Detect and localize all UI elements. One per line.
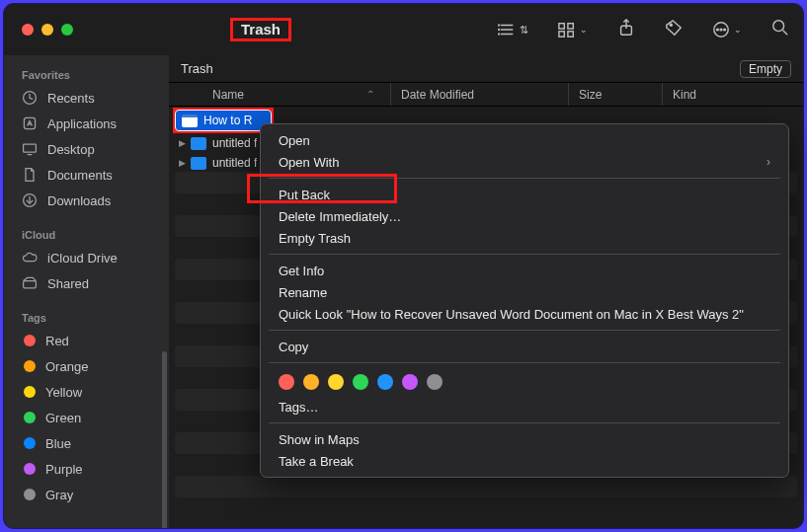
sidebar-tag-green[interactable]: Green (4, 405, 169, 430)
sidebar: Favorites Recents Applications Desktop D… (4, 55, 169, 528)
column-header-kind[interactable]: Kind (663, 83, 803, 106)
svg-rect-7 (568, 24, 573, 29)
download-icon (22, 192, 38, 208)
sidebar-item-label: Green (45, 411, 81, 425)
menu-item-delete-immediately[interactable]: Delete Immediately… (261, 205, 788, 227)
toolbar: ⇅ ⌄ ⌄ (498, 19, 789, 40)
tag-color-orange[interactable] (303, 374, 319, 390)
column-header-size[interactable]: Size (569, 83, 663, 106)
sidebar-tag-blue[interactable]: Blue (4, 430, 169, 456)
tag-color-blue[interactable] (377, 374, 393, 390)
svg-point-4 (498, 30, 499, 31)
menu-item-open[interactable]: Open (261, 129, 788, 151)
svg-point-15 (720, 29, 722, 31)
svg-point-5 (498, 34, 499, 35)
svg-rect-8 (559, 32, 564, 37)
tag-dot-icon (24, 463, 36, 475)
svg-point-16 (724, 29, 726, 31)
sidebar-item-label: Desktop (47, 142, 95, 157)
path-bar: Trash Empty (169, 55, 803, 83)
svg-line-18 (783, 31, 788, 36)
empty-trash-button[interactable]: Empty (740, 60, 791, 78)
menu-tag-colors (261, 368, 788, 396)
sidebar-item-label: Purple (45, 462, 83, 477)
menu-item-empty-trash[interactable]: Empty Trash (261, 227, 788, 249)
chevron-down-icon: ⌄ (734, 25, 742, 35)
view-list-button[interactable]: ⇅ (498, 21, 528, 38)
svg-rect-21 (24, 144, 37, 152)
tag-color-yellow[interactable] (328, 374, 344, 390)
disclosure-triangle-icon[interactable]: ▶ (179, 158, 191, 168)
search-button[interactable] (771, 19, 789, 40)
sidebar-item-label: Yellow (45, 385, 82, 400)
disclosure-triangle-icon[interactable]: ▶ (179, 138, 191, 148)
sidebar-item-downloads[interactable]: Downloads (4, 188, 169, 213)
sidebar-item-shared[interactable]: Shared (4, 270, 169, 296)
tag-color-green[interactable] (353, 374, 368, 390)
cloud-icon (22, 250, 38, 266)
clock-icon (22, 90, 38, 106)
document-icon (182, 114, 198, 127)
close-window-button[interactable] (22, 24, 34, 36)
sidebar-tag-gray[interactable]: Gray (4, 482, 169, 507)
svg-rect-25 (24, 281, 37, 288)
action-button[interactable]: ⌄ (712, 21, 742, 38)
tag-dot-icon (24, 489, 36, 500)
menu-item-open-with[interactable]: Open With› (261, 151, 788, 173)
file-row-selected-highlight: How to R (173, 108, 274, 133)
sidebar-item-label: Shared (47, 276, 89, 291)
sidebar-item-label: iCloud Drive (47, 251, 118, 266)
sidebar-scrollbar[interactable] (162, 351, 167, 528)
sidebar-item-documents[interactable]: Documents (4, 162, 169, 188)
menu-item-get-info[interactable]: Get Info (261, 260, 788, 281)
tag-dot-icon (24, 412, 36, 423)
tag-color-gray[interactable] (427, 374, 443, 390)
menu-item-put-back[interactable]: Put Back (261, 184, 788, 205)
desktop-icon (22, 141, 38, 157)
sidebar-item-desktop[interactable]: Desktop (4, 136, 169, 162)
tag-color-purple[interactable] (402, 374, 418, 390)
svg-point-3 (498, 25, 499, 26)
svg-rect-9 (568, 32, 573, 37)
sidebar-tag-orange[interactable]: Orange (4, 353, 169, 379)
menu-separator (269, 362, 780, 363)
window-title-highlight: Trash (230, 18, 291, 41)
column-header-date[interactable]: Date Modified (391, 83, 569, 106)
sidebar-tag-red[interactable]: Red (4, 328, 169, 353)
sidebar-tag-purple[interactable]: Purple (4, 456, 169, 482)
tag-dot-icon (24, 360, 36, 372)
minimize-window-button[interactable] (41, 24, 53, 36)
menu-separator (269, 178, 780, 179)
sidebar-item-icloud-drive[interactable]: iCloud Drive (4, 245, 169, 270)
file-row[interactable]: How to R (176, 111, 271, 130)
tag-dot-icon (24, 386, 36, 398)
tags-button[interactable] (665, 19, 683, 40)
svg-point-14 (717, 29, 719, 31)
sidebar-section-tags: Tags (4, 306, 169, 328)
nav-arrows (191, 20, 212, 39)
folder-icon (191, 137, 206, 150)
file-name: untitled f (212, 156, 257, 170)
menu-item-show-in-maps[interactable]: Show in Maps (261, 428, 788, 450)
tag-dot-icon (24, 335, 36, 346)
menu-item-take-a-break[interactable]: Take a Break (261, 450, 788, 472)
menu-item-copy[interactable]: Copy (261, 336, 788, 357)
sidebar-item-applications[interactable]: Applications (4, 111, 169, 136)
tag-color-red[interactable] (279, 374, 294, 390)
column-header-name[interactable]: Name⌃ (169, 83, 391, 106)
fullscreen-window-button[interactable] (61, 24, 73, 36)
shared-icon (22, 275, 38, 291)
svg-point-17 (773, 21, 784, 32)
share-button[interactable] (617, 19, 635, 40)
sidebar-item-recents[interactable]: Recents (4, 85, 169, 111)
menu-item-rename[interactable]: Rename (261, 281, 788, 303)
menu-separator (269, 422, 780, 423)
svg-point-12 (670, 24, 672, 26)
menu-item-quick-look[interactable]: Quick Look "How to Recover Unsaved Word … (261, 303, 788, 325)
sidebar-tag-yellow[interactable]: Yellow (4, 379, 169, 405)
group-button[interactable]: ⌄ (558, 21, 588, 38)
sidebar-item-label: Downloads (47, 193, 111, 208)
menu-item-tags[interactable]: Tags… (261, 396, 788, 418)
sidebar-item-label: Red (45, 334, 69, 348)
folder-icon (191, 157, 206, 170)
